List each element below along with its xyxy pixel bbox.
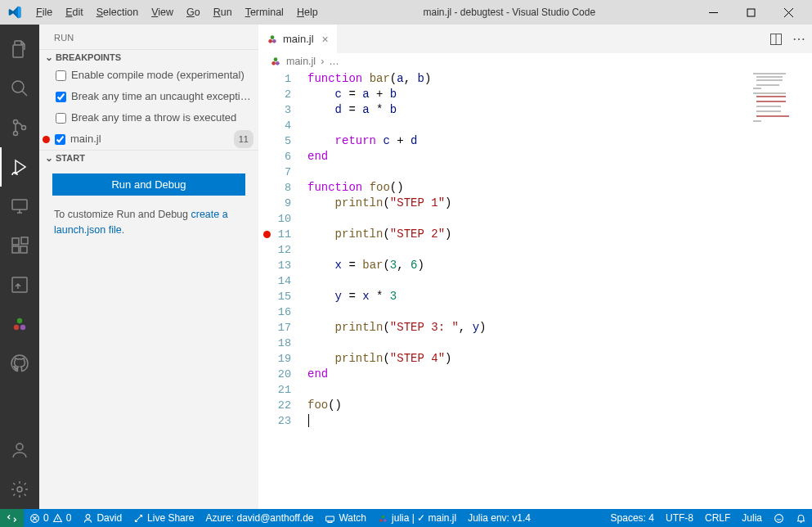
menu-help[interactable]: Help — [290, 3, 325, 21]
code-content[interactable]: println("STEP 3: ", y) — [307, 320, 812, 336]
liveshare-user[interactable]: David — [77, 509, 128, 527]
code-line[interactable]: 6end — [258, 149, 812, 164]
gutter-breakpoint[interactable] — [258, 71, 275, 87]
gutter-breakpoint[interactable] — [258, 211, 275, 227]
gutter-breakpoint[interactable] — [258, 258, 275, 273]
code-content[interactable]: println("STEP 4") — [307, 351, 812, 367]
code-content[interactable]: end — [307, 149, 812, 164]
gutter-breakpoint[interactable] — [258, 196, 275, 211]
feedback-icon[interactable] — [768, 509, 790, 527]
minimap[interactable] — [751, 71, 809, 128]
menu-run[interactable]: Run — [207, 3, 239, 21]
code-line[interactable]: 14 — [258, 273, 812, 289]
code-content[interactable] — [307, 336, 812, 351]
code-line[interactable]: 12 — [258, 242, 812, 258]
julia-panel-icon[interactable] — [0, 265, 39, 304]
github-icon[interactable] — [0, 344, 39, 383]
code-line[interactable]: 23 — [258, 413, 812, 429]
gutter-breakpoint[interactable] — [258, 289, 275, 304]
notifications-icon[interactable] — [790, 509, 812, 527]
checkbox[interactable] — [56, 70, 66, 81]
split-editor-icon[interactable] — [769, 33, 783, 46]
run-and-debug-button[interactable]: Run and Debug — [52, 173, 245, 196]
code-line[interactable]: 19 println("STEP 4") — [258, 351, 812, 367]
julia-extension-icon[interactable] — [0, 304, 39, 344]
gutter-breakpoint[interactable] — [258, 227, 275, 242]
minimize-button[interactable] — [694, 0, 732, 25]
watch-status[interactable]: Watch — [319, 509, 372, 527]
gutter-breakpoint[interactable] — [258, 242, 275, 258]
checkbox[interactable] — [56, 113, 66, 124]
code-line[interactable]: 22foo() — [258, 398, 812, 413]
search-icon[interactable] — [0, 69, 39, 108]
gutter-breakpoint[interactable] — [258, 149, 275, 164]
julia-env-status[interactable]: Julia env: v1.4 — [462, 509, 536, 527]
code-line[interactable]: 20end — [258, 367, 812, 382]
code-line[interactable]: 1function bar(a, b) — [258, 71, 812, 87]
code-line[interactable]: 21 — [258, 382, 812, 398]
code-line[interactable]: 8function foo() — [258, 180, 812, 196]
code-line[interactable]: 15 y = x * 3 — [258, 289, 812, 304]
code-content[interactable] — [307, 382, 812, 398]
code-content[interactable]: return c + d — [307, 133, 812, 149]
remote-explorer-icon[interactable] — [0, 187, 39, 226]
gutter-breakpoint[interactable] — [258, 180, 275, 196]
gutter-breakpoint[interactable] — [258, 382, 275, 398]
eol-indicator[interactable]: CRLF — [699, 509, 736, 527]
code-content[interactable]: y = x * 3 — [307, 289, 812, 304]
gutter-breakpoint[interactable] — [258, 164, 275, 180]
gutter-breakpoint[interactable] — [258, 351, 275, 367]
gutter-breakpoint[interactable] — [258, 336, 275, 351]
code-line[interactable]: 7 — [258, 164, 812, 180]
code-content[interactable] — [307, 118, 812, 133]
code-line[interactable]: 16 — [258, 304, 812, 320]
extensions-icon[interactable] — [0, 226, 39, 265]
code-line[interactable]: 11 println("STEP 2") — [258, 227, 812, 242]
code-content[interactable]: c = a + b — [307, 87, 812, 102]
problems-indicator[interactable]: 0 0 — [24, 509, 77, 527]
checkbox[interactable] — [56, 92, 66, 102]
code-line[interactable]: 5 return c + d — [258, 133, 812, 149]
gutter-breakpoint[interactable] — [258, 133, 275, 149]
start-section-header[interactable]: ⌄ START — [39, 150, 258, 165]
code-editor[interactable]: 1function bar(a, b)2 c = a + b3 d = a * … — [258, 70, 812, 509]
code-content[interactable]: foo() — [307, 398, 812, 413]
code-content[interactable]: function bar(a, b) — [307, 71, 812, 87]
source-control-icon[interactable] — [0, 108, 39, 147]
close-button[interactable] — [769, 0, 807, 25]
gutter-breakpoint[interactable] — [258, 367, 275, 382]
azure-status[interactable]: Azure: david@anthoff.de — [200, 509, 319, 527]
liveshare-status[interactable]: Live Share — [128, 509, 200, 527]
close-icon[interactable]: × — [322, 33, 329, 46]
gutter-breakpoint[interactable] — [258, 87, 275, 102]
gutter-breakpoint[interactable] — [258, 118, 275, 133]
gutter-breakpoint[interactable] — [258, 320, 275, 336]
menu-go[interactable]: Go — [180, 3, 207, 21]
gutter-breakpoint[interactable] — [258, 102, 275, 118]
accounts-icon[interactable] — [0, 430, 39, 470]
code-content[interactable]: println("STEP 2") — [307, 227, 812, 242]
menu-selection[interactable]: Selection — [90, 3, 145, 21]
gutter-breakpoint[interactable] — [258, 273, 275, 289]
code-content[interactable] — [307, 304, 812, 320]
code-line[interactable]: 10 — [258, 211, 812, 227]
checkbox[interactable] — [55, 134, 65, 145]
menu-file[interactable]: File — [29, 3, 59, 21]
code-line[interactable]: 13 x = bar(3, 6) — [258, 258, 812, 273]
code-line[interactable]: 17 println("STEP 3: ", y) — [258, 320, 812, 336]
julia-lsp-status[interactable]: julia | ✓ main.jl — [372, 509, 462, 527]
maximize-button[interactable] — [732, 0, 769, 25]
code-content[interactable] — [307, 164, 812, 180]
breakpoint-file-entry[interactable]: main.jl 11 — [39, 128, 258, 150]
code-content[interactable]: end — [307, 367, 812, 382]
settings-gear-icon[interactable] — [0, 470, 39, 509]
explorer-icon[interactable] — [0, 29, 39, 69]
more-actions-icon[interactable]: ⋯ — [792, 36, 805, 43]
code-content[interactable] — [307, 273, 812, 289]
language-mode[interactable]: Julia — [736, 509, 768, 527]
menu-edit[interactable]: Edit — [59, 3, 90, 21]
breakpoints-section-header[interactable]: ⌄ BREAKPOINTS — [39, 49, 258, 65]
code-line[interactable]: 18 — [258, 336, 812, 351]
menu-terminal[interactable]: Terminal — [239, 3, 290, 21]
gutter-breakpoint[interactable] — [258, 304, 275, 320]
